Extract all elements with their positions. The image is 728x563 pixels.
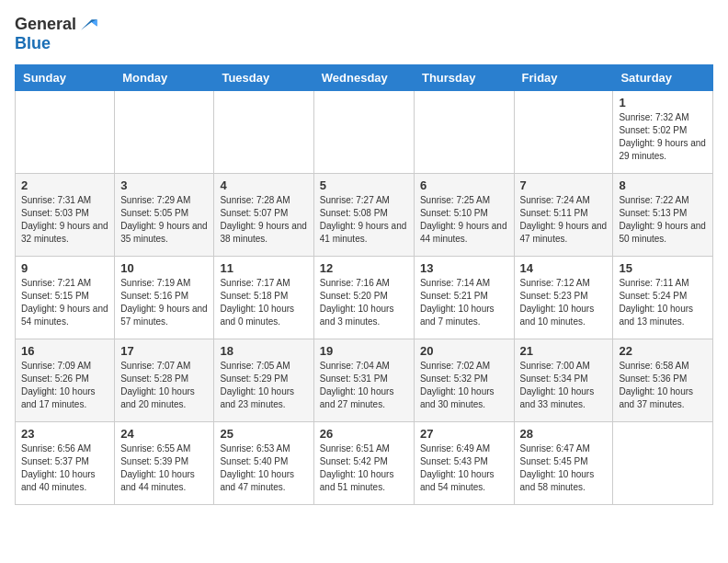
weekday-header: Tuesday bbox=[214, 64, 313, 90]
weekday-header: Monday bbox=[115, 64, 214, 90]
calendar-cell bbox=[414, 90, 514, 173]
day-info: Sunrise: 6:51 AM Sunset: 5:42 PM Dayligh… bbox=[320, 442, 408, 494]
day-number: 8 bbox=[619, 178, 707, 192]
weekday-header: Saturday bbox=[613, 64, 713, 90]
day-number: 22 bbox=[619, 344, 707, 358]
calendar-cell: 28Sunrise: 6:47 AM Sunset: 5:45 PM Dayli… bbox=[514, 421, 613, 504]
calendar-cell: 13Sunrise: 7:14 AM Sunset: 5:21 PM Dayli… bbox=[414, 256, 514, 339]
calendar-cell bbox=[313, 90, 414, 173]
calendar-cell: 2Sunrise: 7:31 AM Sunset: 5:03 PM Daylig… bbox=[16, 173, 115, 256]
day-info: Sunrise: 7:12 AM Sunset: 5:23 PM Dayligh… bbox=[520, 277, 608, 328]
day-number: 9 bbox=[21, 261, 108, 275]
day-info: Sunrise: 7:28 AM Sunset: 5:07 PM Dayligh… bbox=[220, 194, 307, 246]
logo-icon bbox=[78, 15, 98, 35]
day-number: 24 bbox=[120, 427, 208, 441]
day-number: 13 bbox=[420, 261, 508, 275]
day-number: 28 bbox=[520, 427, 608, 441]
calendar-cell: 23Sunrise: 6:56 AM Sunset: 5:37 PM Dayli… bbox=[16, 421, 115, 504]
logo-blue: Blue bbox=[15, 34, 51, 52]
calendar-week-row: 9Sunrise: 7:21 AM Sunset: 5:15 PM Daylig… bbox=[16, 256, 713, 339]
calendar-cell: 5Sunrise: 7:27 AM Sunset: 5:08 PM Daylig… bbox=[313, 173, 414, 256]
day-info: Sunrise: 7:27 AM Sunset: 5:08 PM Dayligh… bbox=[320, 194, 408, 246]
day-number: 25 bbox=[220, 427, 307, 441]
weekday-header-row: SundayMondayTuesdayWednesdayThursdayFrid… bbox=[16, 64, 713, 90]
calendar-cell bbox=[16, 90, 115, 173]
calendar-cell: 9Sunrise: 7:21 AM Sunset: 5:15 PM Daylig… bbox=[16, 256, 115, 339]
day-number: 11 bbox=[220, 261, 307, 275]
day-info: Sunrise: 7:14 AM Sunset: 5:21 PM Dayligh… bbox=[420, 277, 508, 328]
calendar-cell: 26Sunrise: 6:51 AM Sunset: 5:42 PM Dayli… bbox=[313, 421, 414, 504]
day-number: 26 bbox=[320, 427, 408, 441]
day-info: Sunrise: 7:00 AM Sunset: 5:34 PM Dayligh… bbox=[520, 360, 608, 411]
calendar-cell: 27Sunrise: 6:49 AM Sunset: 5:43 PM Dayli… bbox=[414, 421, 514, 504]
calendar-cell bbox=[613, 421, 713, 504]
day-info: Sunrise: 6:47 AM Sunset: 5:45 PM Dayligh… bbox=[520, 442, 608, 494]
day-info: Sunrise: 7:05 AM Sunset: 5:29 PM Dayligh… bbox=[220, 360, 307, 411]
day-info: Sunrise: 7:02 AM Sunset: 5:32 PM Dayligh… bbox=[420, 360, 508, 411]
day-info: Sunrise: 7:24 AM Sunset: 5:11 PM Dayligh… bbox=[520, 194, 608, 246]
calendar-cell: 19Sunrise: 7:04 AM Sunset: 5:31 PM Dayli… bbox=[313, 339, 414, 421]
calendar-cell bbox=[514, 90, 613, 173]
calendar-cell: 7Sunrise: 7:24 AM Sunset: 5:11 PM Daylig… bbox=[514, 173, 613, 256]
day-info: Sunrise: 7:04 AM Sunset: 5:31 PM Dayligh… bbox=[320, 360, 408, 411]
day-number: 23 bbox=[21, 427, 108, 441]
day-number: 20 bbox=[420, 344, 508, 358]
day-info: Sunrise: 7:21 AM Sunset: 5:15 PM Dayligh… bbox=[21, 277, 108, 328]
logo-general: General bbox=[15, 16, 76, 34]
calendar-week-row: 16Sunrise: 7:09 AM Sunset: 5:26 PM Dayli… bbox=[16, 339, 713, 421]
day-number: 3 bbox=[120, 178, 208, 192]
calendar-cell bbox=[214, 90, 313, 173]
calendar-cell: 8Sunrise: 7:22 AM Sunset: 5:13 PM Daylig… bbox=[613, 173, 713, 256]
weekday-header: Thursday bbox=[414, 64, 514, 90]
calendar-cell: 18Sunrise: 7:05 AM Sunset: 5:29 PM Dayli… bbox=[214, 339, 313, 421]
day-info: Sunrise: 7:32 AM Sunset: 5:02 PM Dayligh… bbox=[619, 111, 707, 163]
day-number: 7 bbox=[520, 178, 608, 192]
day-number: 16 bbox=[21, 344, 108, 358]
day-info: Sunrise: 7:31 AM Sunset: 5:03 PM Dayligh… bbox=[21, 194, 108, 246]
day-info: Sunrise: 7:11 AM Sunset: 5:24 PM Dayligh… bbox=[619, 277, 707, 328]
calendar-cell: 15Sunrise: 7:11 AM Sunset: 5:24 PM Dayli… bbox=[613, 256, 713, 339]
day-number: 1 bbox=[619, 96, 707, 109]
calendar-week-row: 23Sunrise: 6:56 AM Sunset: 5:37 PM Dayli… bbox=[16, 421, 713, 504]
day-number: 5 bbox=[320, 178, 408, 192]
day-info: Sunrise: 6:56 AM Sunset: 5:37 PM Dayligh… bbox=[21, 442, 108, 494]
calendar-cell: 24Sunrise: 6:55 AM Sunset: 5:39 PM Dayli… bbox=[115, 421, 214, 504]
weekday-header: Friday bbox=[514, 64, 613, 90]
day-number: 21 bbox=[520, 344, 608, 358]
day-number: 12 bbox=[320, 261, 408, 275]
day-number: 15 bbox=[619, 261, 707, 275]
day-info: Sunrise: 6:49 AM Sunset: 5:43 PM Dayligh… bbox=[420, 442, 508, 494]
calendar-cell: 3Sunrise: 7:29 AM Sunset: 5:05 PM Daylig… bbox=[115, 173, 214, 256]
logo: General Blue bbox=[15, 15, 98, 53]
calendar-cell: 14Sunrise: 7:12 AM Sunset: 5:23 PM Dayli… bbox=[514, 256, 613, 339]
calendar-cell: 6Sunrise: 7:25 AM Sunset: 5:10 PM Daylig… bbox=[414, 173, 514, 256]
calendar-cell: 20Sunrise: 7:02 AM Sunset: 5:32 PM Dayli… bbox=[414, 339, 514, 421]
calendar-week-row: 2Sunrise: 7:31 AM Sunset: 5:03 PM Daylig… bbox=[16, 173, 713, 256]
day-info: Sunrise: 7:29 AM Sunset: 5:05 PM Dayligh… bbox=[120, 194, 208, 246]
day-info: Sunrise: 7:22 AM Sunset: 5:13 PM Dayligh… bbox=[619, 194, 707, 246]
day-number: 14 bbox=[520, 261, 608, 275]
calendar-cell: 10Sunrise: 7:19 AM Sunset: 5:16 PM Dayli… bbox=[115, 256, 214, 339]
calendar-table: SundayMondayTuesdayWednesdayThursdayFrid… bbox=[15, 64, 713, 505]
calendar-cell: 21Sunrise: 7:00 AM Sunset: 5:34 PM Dayli… bbox=[514, 339, 613, 421]
calendar-cell bbox=[115, 90, 214, 173]
calendar-cell: 4Sunrise: 7:28 AM Sunset: 5:07 PM Daylig… bbox=[214, 173, 313, 256]
calendar-week-row: 1Sunrise: 7:32 AM Sunset: 5:02 PM Daylig… bbox=[16, 90, 713, 173]
day-number: 2 bbox=[21, 178, 108, 192]
day-info: Sunrise: 7:07 AM Sunset: 5:28 PM Dayligh… bbox=[120, 360, 208, 411]
day-info: Sunrise: 7:19 AM Sunset: 5:16 PM Dayligh… bbox=[120, 277, 208, 328]
day-number: 17 bbox=[120, 344, 208, 358]
day-info: Sunrise: 7:17 AM Sunset: 5:18 PM Dayligh… bbox=[220, 277, 307, 328]
day-info: Sunrise: 7:25 AM Sunset: 5:10 PM Dayligh… bbox=[420, 194, 508, 246]
day-number: 27 bbox=[420, 427, 508, 441]
day-number: 10 bbox=[120, 261, 208, 275]
calendar-cell: 25Sunrise: 6:53 AM Sunset: 5:40 PM Dayli… bbox=[214, 421, 313, 504]
day-info: Sunrise: 6:53 AM Sunset: 5:40 PM Dayligh… bbox=[220, 442, 307, 494]
calendar-cell: 1Sunrise: 7:32 AM Sunset: 5:02 PM Daylig… bbox=[613, 90, 713, 173]
calendar-cell: 11Sunrise: 7:17 AM Sunset: 5:18 PM Dayli… bbox=[214, 256, 313, 339]
calendar-cell: 12Sunrise: 7:16 AM Sunset: 5:20 PM Dayli… bbox=[313, 256, 414, 339]
page-header: General Blue bbox=[15, 15, 713, 53]
day-info: Sunrise: 7:09 AM Sunset: 5:26 PM Dayligh… bbox=[21, 360, 108, 411]
calendar-cell: 16Sunrise: 7:09 AM Sunset: 5:26 PM Dayli… bbox=[16, 339, 115, 421]
day-number: 4 bbox=[220, 178, 307, 192]
